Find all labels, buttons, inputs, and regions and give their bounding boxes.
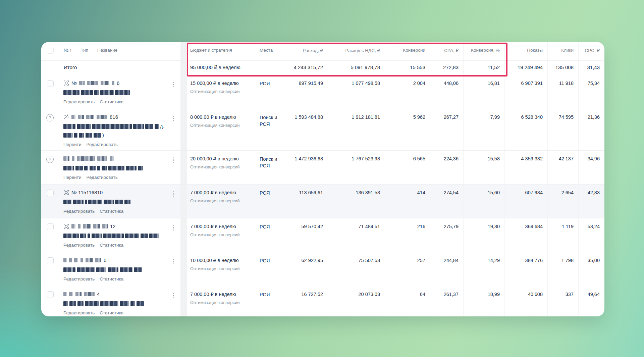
- row-checkbox[interactable]: [47, 80, 54, 87]
- row-action-link[interactable]: Редактировать: [87, 142, 118, 147]
- kebab-menu-button[interactable]: [172, 258, 175, 266]
- row-action-link[interactable]: Статистика: [100, 310, 123, 315]
- redacted-text: [81, 90, 93, 95]
- cpc-value: 34,96: [578, 151, 604, 184]
- col-header-number[interactable]: №↑: [64, 48, 71, 60]
- col-header-places[interactable]: Места: [256, 42, 282, 60]
- campaign-number-text: № 115116810: [71, 190, 103, 195]
- row-action-link[interactable]: Перейти: [63, 142, 82, 147]
- row-action-link[interactable]: Редактировать: [63, 243, 95, 248]
- row-checkbox[interactable]: [47, 190, 54, 196]
- places-value: Поиск и РСЯ: [256, 109, 282, 150]
- redacted-text: [87, 81, 98, 85]
- question-icon[interactable]: ?: [46, 156, 54, 163]
- redacted-text: [115, 200, 123, 204]
- conv-rate-value: 15,58: [463, 151, 504, 184]
- totals-impressions: 19 249 494: [504, 61, 547, 75]
- spend-vat-value: 75 507,53: [328, 252, 385, 286]
- budget-value: 7 000,00 ₽ в неделю: [190, 224, 253, 229]
- campaign-name-redacted: д.): [63, 124, 170, 138]
- redacted-text: [63, 267, 75, 272]
- kebab-menu-button[interactable]: [172, 114, 175, 122]
- table-header-row: №↑ Тип Название Бюджет и стратегия Места…: [41, 42, 604, 61]
- cpc-value: 42,83: [578, 185, 604, 218]
- conv-rate-value: 18,99: [463, 286, 504, 316]
- redacted-text: [72, 156, 74, 161]
- totals-row: Итого 95 000,00 ₽ в неделю 4 243 315,72 …: [41, 61, 604, 75]
- cpc-value: 53,24: [578, 218, 604, 252]
- redacted-text: [86, 115, 94, 119]
- row-action-link[interactable]: Статистика: [100, 99, 123, 104]
- redacted-text: [97, 156, 107, 161]
- col-header-type[interactable]: Тип: [80, 48, 88, 60]
- col-header-clicks[interactable]: Клики: [547, 42, 578, 60]
- select-all-checkbox[interactable]: [47, 47, 54, 54]
- cpa-value: 244,84: [430, 252, 463, 286]
- places-value: РСЯ: [256, 218, 282, 252]
- spend-value: 62 922,95: [282, 252, 328, 286]
- redacted-text: [90, 166, 96, 170]
- redacted-text: [75, 292, 82, 296]
- redacted-text: [97, 166, 100, 170]
- wand-campaign-icon: [63, 114, 69, 120]
- redacted-text: [97, 115, 107, 119]
- col-header-conversions[interactable]: Конверсии: [385, 42, 430, 60]
- campaign-number: № 6: [63, 80, 170, 86]
- page-background: №↑ Тип Название Бюджет и стратегия Места…: [0, 0, 644, 357]
- redacted-text: [155, 124, 159, 129]
- totals-cpc: 31,43: [578, 61, 604, 75]
- kebab-menu-button[interactable]: [172, 292, 175, 300]
- col-header-spend-vat[interactable]: Расход с НДС, ₽: [328, 42, 385, 60]
- redacted-text: [126, 166, 137, 170]
- row-action-link[interactable]: Редактировать: [63, 310, 95, 315]
- row-action-link[interactable]: Редактировать: [63, 209, 95, 214]
- impressions-value: 6 907 391: [504, 75, 547, 109]
- redacted-text: [100, 90, 114, 95]
- table-row: ? 816: [41, 109, 604, 151]
- row-action-link[interactable]: Статистика: [100, 209, 123, 214]
- question-icon[interactable]: ?: [46, 114, 54, 121]
- places-value: РСЯ: [256, 286, 282, 316]
- redacted-text: [79, 133, 84, 138]
- row-checkbox[interactable]: [47, 291, 54, 298]
- row-checkbox[interactable]: [47, 257, 54, 264]
- row-checkbox[interactable]: [47, 223, 54, 230]
- campaign-number: 0: [63, 257, 170, 263]
- budget-value: 8 000,00 ₽ в неделю: [190, 114, 253, 120]
- table-body: ? № 6: [41, 75, 604, 316]
- row-action-link[interactable]: Редактировать: [63, 99, 95, 104]
- kebab-menu-button[interactable]: [172, 156, 175, 164]
- redacted-text: [125, 234, 139, 238]
- totals-budget: 95 000,00 ₽ в неделю: [187, 61, 256, 75]
- kebab-menu-button[interactable]: [172, 81, 175, 89]
- redacted-text: [138, 166, 143, 170]
- redacted-text: [93, 224, 100, 228]
- fixed-columns-divider: [180, 151, 187, 184]
- redacted-text: [63, 156, 69, 161]
- row-action-link[interactable]: Редактировать: [63, 276, 95, 282]
- cpa-value: 224,36: [430, 151, 463, 184]
- col-header-spend[interactable]: Расход, ₽: [282, 42, 328, 60]
- col-header-impressions[interactable]: Показы: [504, 42, 547, 60]
- campaign-number: 816: [63, 114, 170, 120]
- impressions-value: 607 934: [504, 185, 547, 218]
- row-action-link[interactable]: Редактировать: [87, 175, 118, 180]
- redacted-text: [112, 81, 114, 85]
- col-header-name[interactable]: Название: [97, 48, 117, 60]
- kebab-menu-button[interactable]: [172, 190, 175, 198]
- clicks-value: 2 654: [547, 185, 578, 218]
- col-header-cpa[interactable]: CPA, ₽: [430, 42, 463, 60]
- redacted-text: [80, 258, 83, 262]
- col-header-conv-rate[interactable]: Конверсия, %: [463, 42, 504, 60]
- kebab-menu-button[interactable]: [172, 224, 175, 232]
- redacted-text: [63, 258, 67, 262]
- col-header-cpc[interactable]: CPC, ₽: [578, 42, 604, 60]
- redacted-text: [115, 90, 130, 95]
- redacted-text: [141, 234, 148, 238]
- row-action-link[interactable]: Перейти: [63, 175, 82, 180]
- row-action-link[interactable]: Статистика: [100, 276, 123, 282]
- strategy-label: Оптимизация конверсий: [190, 164, 253, 169]
- col-header-budget[interactable]: Бюджет и стратегия: [187, 42, 256, 60]
- cpa-value: 275,79: [430, 218, 463, 252]
- row-action-link[interactable]: Статистика: [100, 243, 123, 248]
